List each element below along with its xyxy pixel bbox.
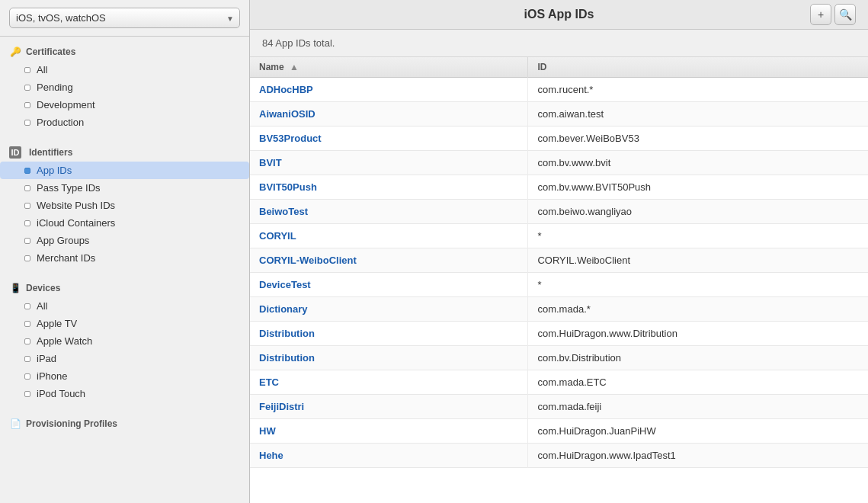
page-title: iOS App IDs — [524, 8, 594, 21]
col-header-id[interactable]: ID — [528, 57, 868, 78]
item-dot-icon — [24, 168, 30, 174]
cell-app-id: com.bever.WeiBoBV53 — [528, 127, 868, 151]
table-row[interactable]: BeiwoTestcom.beiwo.wangliyao — [250, 200, 868, 224]
item-dot-icon — [24, 255, 30, 261]
sidebar-item-label: App Groups — [37, 235, 89, 246]
sidebar-item-development[interactable]: Development — [0, 96, 249, 114]
header-actions: + 🔍 — [810, 4, 856, 25]
sidebar-item-apple-watch[interactable]: Apple Watch — [0, 332, 249, 350]
cell-app-id: com.bv.www.BVIT50Push — [528, 175, 868, 200]
table-row[interactable]: DeviceTest* — [250, 273, 868, 297]
table-header-row: Name ▲ ID — [250, 57, 868, 78]
cell-app-name: Distribution — [250, 322, 528, 346]
cell-app-name: BV53Product — [250, 127, 528, 151]
provisioning-section: 📄 Provisioning Profiles — [0, 408, 249, 439]
cell-app-name: Dictionary — [250, 297, 528, 322]
sidebar-item-iphone[interactable]: iPhone — [0, 367, 249, 385]
sidebar: iOS, tvOS, watchOS macOS ▼ 🔑 Certificate… — [0, 0, 250, 503]
app-ids-table: Name ▲ ID ADHocHBPcom.rucent.*AiwaniOSID… — [250, 57, 868, 468]
cell-app-id: com.HuiDragon.www.IpadTest1 — [528, 444, 868, 468]
main-header: iOS App IDs + 🔍 — [250, 0, 868, 30]
sidebar-item-label: iCloud Containers — [37, 217, 115, 229]
identifiers-section-header: ID Identifiers — [0, 143, 249, 162]
identifiers-section: ID Identifiers App IDs Pass Type IDs Web… — [0, 137, 249, 273]
sidebar-item-apple-tv[interactable]: Apple TV — [0, 315, 249, 332]
col-name-label: Name — [259, 62, 284, 72]
sidebar-item-label: All — [37, 300, 47, 312]
sidebar-item-production[interactable]: Production — [0, 114, 249, 131]
sidebar-item-label: iPhone — [37, 370, 67, 382]
cell-app-name: CORYIL-WeiboClient — [250, 248, 528, 273]
search-button[interactable]: 🔍 — [834, 4, 856, 25]
sidebar-item-label: Pending — [37, 82, 73, 93]
sidebar-item-merchant-ids[interactable]: Merchant IDs — [0, 249, 249, 267]
device-icon: 📱 — [9, 282, 21, 294]
cell-app-name: ADHocHBP — [250, 78, 528, 102]
cell-app-id: com.bv.Distribution — [528, 346, 868, 370]
table-row[interactable]: HWcom.HuiDragon.JuanPiHW — [250, 419, 868, 444]
devices-label: Devices — [26, 283, 60, 293]
item-dot-icon — [24, 85, 30, 91]
sidebar-item-all-devices[interactable]: All — [0, 297, 249, 315]
col-header-name[interactable]: Name ▲ — [250, 57, 528, 78]
cell-app-id: com.aiwan.test — [528, 102, 868, 127]
table-row[interactable]: AiwaniOSIDcom.aiwan.test — [250, 102, 868, 127]
item-dot-icon — [24, 238, 30, 244]
table-body: ADHocHBPcom.rucent.*AiwaniOSIDcom.aiwan.… — [250, 78, 868, 468]
table-row[interactable]: Distributioncom.bv.Distribution — [250, 346, 868, 370]
table-row[interactable]: CORYIL-WeiboClientCORYIL.WeiboClient — [250, 248, 868, 273]
table-row[interactable]: CORYIL* — [250, 224, 868, 248]
certificates-label: Certificates — [26, 46, 75, 57]
item-dot-icon — [24, 391, 30, 397]
cell-app-name: DeviceTest — [250, 273, 528, 297]
table-row[interactable]: Dictionarycom.mada.* — [250, 297, 868, 322]
item-dot-icon — [24, 356, 30, 362]
item-dot-icon — [24, 185, 30, 191]
item-dot-icon — [24, 373, 30, 380]
cell-app-name: BVIT — [250, 151, 528, 175]
cell-app-id: com.mada.* — [528, 297, 868, 322]
sidebar-item-label: Pass Type IDs — [37, 182, 101, 194]
sidebar-item-pass-type-ids[interactable]: Pass Type IDs — [0, 179, 249, 197]
cell-app-name: BVIT50Push — [250, 175, 528, 200]
cell-app-name: CORYIL — [250, 224, 528, 248]
cell-app-id: com.HuiDragon.www.Ditribution — [528, 322, 868, 346]
sidebar-item-website-push-ids[interactable]: Website Push IDs — [0, 197, 249, 214]
sidebar-item-label: All — [37, 64, 47, 75]
table-row[interactable]: Distributioncom.HuiDragon.www.Ditributio… — [250, 322, 868, 346]
sidebar-item-ipod-touch[interactable]: iPod Touch — [0, 385, 249, 402]
table-row[interactable]: FeijiDistricom.mada.feiji — [250, 395, 868, 419]
devices-section: 📱 Devices All Apple TV Apple Watch iPad … — [0, 273, 249, 408]
sidebar-item-ipad[interactable]: iPad — [0, 350, 249, 367]
certificates-section-header: 🔑 Certificates — [0, 43, 249, 61]
item-dot-icon — [24, 220, 30, 226]
platform-dropdown-container: iOS, tvOS, watchOS macOS ▼ — [0, 0, 249, 37]
sidebar-item-app-ids[interactable]: App IDs — [0, 162, 249, 179]
cell-app-id: CORYIL.WeiboClient — [528, 248, 868, 273]
cell-app-name: HW — [250, 419, 528, 444]
sidebar-item-label: Apple Watch — [37, 335, 92, 347]
table-row[interactable]: Hehecom.HuiDragon.www.IpadTest1 — [250, 444, 868, 468]
sidebar-item-all-certs[interactable]: All — [0, 61, 249, 78]
certificates-section: 🔑 Certificates All Pending Development P… — [0, 37, 249, 137]
table-row[interactable]: BV53Productcom.bever.WeiBoBV53 — [250, 127, 868, 151]
sidebar-item-pending[interactable]: Pending — [0, 78, 249, 96]
table-row[interactable]: ETCcom.mada.ETC — [250, 370, 868, 395]
table-row[interactable]: BVIT50Pushcom.bv.www.BVIT50Push — [250, 175, 868, 200]
item-dot-icon — [24, 321, 30, 327]
provisioning-label: Provisioning Profiles — [26, 418, 117, 429]
sidebar-item-icloud-containers[interactable]: iCloud Containers — [0, 214, 249, 232]
cell-app-name: AiwaniOSID — [250, 102, 528, 127]
summary-bar: 84 App IDs total. — [250, 30, 868, 57]
cell-app-id: com.beiwo.wangliyao — [528, 200, 868, 224]
certificate-icon: 🔑 — [9, 46, 21, 58]
add-button[interactable]: + — [810, 4, 831, 25]
sidebar-item-app-groups[interactable]: App Groups — [0, 232, 249, 249]
item-dot-icon — [24, 102, 30, 108]
sidebar-item-label: iPod Touch — [37, 388, 85, 399]
table-row[interactable]: BVITcom.bv.www.bvit — [250, 151, 868, 175]
app-ids-table-container[interactable]: Name ▲ ID ADHocHBPcom.rucent.*AiwaniOSID… — [250, 57, 868, 503]
platform-dropdown[interactable]: iOS, tvOS, watchOS macOS — [9, 8, 240, 28]
item-dot-icon — [24, 303, 30, 309]
table-row[interactable]: ADHocHBPcom.rucent.* — [250, 78, 868, 102]
